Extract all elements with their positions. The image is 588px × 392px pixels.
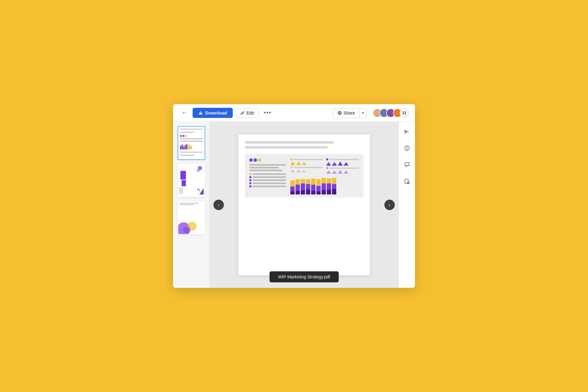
- thumbnail-1[interactable]: [178, 126, 205, 160]
- share-icon: [337, 111, 342, 115]
- svg-marker-10: [344, 162, 349, 166]
- body: ↖ ‹ ›: [173, 122, 415, 288]
- svg-point-18: [407, 147, 407, 148]
- svg-line-22: [409, 183, 409, 184]
- share-button[interactable]: Share: [333, 108, 359, 118]
- edit-button[interactable]: Edit: [236, 108, 258, 118]
- svg-rect-20: [405, 179, 408, 183]
- edit-label: Edit: [247, 111, 254, 115]
- doc-section: [245, 154, 363, 198]
- svg-marker-8: [332, 162, 337, 166]
- svg-marker-5: [296, 169, 301, 172]
- mountain-chart: [290, 158, 323, 174]
- svg-marker-11: [326, 171, 331, 174]
- more-button[interactable]: •••: [262, 108, 274, 117]
- search-doc-panel-button[interactable]: [401, 176, 413, 187]
- main-viewer: ‹ ›: [210, 122, 398, 288]
- comment-icon: [404, 162, 410, 168]
- thumbnail-2[interactable]: ↖: [178, 164, 205, 197]
- svg-marker-13: [338, 170, 343, 174]
- doc-left-col: [249, 158, 286, 194]
- bar-chart: [290, 176, 359, 194]
- svg-marker-6: [302, 170, 306, 172]
- doc-right-col: [290, 158, 359, 194]
- right-panel: [398, 122, 415, 288]
- thumbnail-panel: ↖: [173, 122, 210, 288]
- share-dropdown-button[interactable]: ▾: [359, 109, 366, 117]
- next-page-button[interactable]: ›: [384, 200, 395, 210]
- svg-rect-19: [405, 163, 409, 166]
- svg-marker-1: [290, 161, 295, 165]
- collapse-panel-button[interactable]: [401, 126, 413, 137]
- share-label: Share: [344, 111, 355, 115]
- svg-marker-4: [290, 169, 295, 172]
- mountain-chart-2: [326, 158, 359, 174]
- edit-icon: [240, 111, 245, 115]
- app-window: ← Download Edit ••• Share ▾: [173, 104, 415, 288]
- download-icon: [198, 111, 203, 115]
- download-label: Download: [205, 110, 227, 115]
- collapse-icon: [404, 129, 410, 134]
- comment-panel-button[interactable]: [401, 159, 413, 170]
- toolbar: ← Download Edit ••• Share ▾: [173, 104, 415, 122]
- download-button[interactable]: Download: [193, 108, 233, 118]
- info-panel-button[interactable]: [401, 143, 413, 154]
- avatar-group: 12: [373, 108, 409, 118]
- info-icon: [404, 145, 410, 151]
- avatar-count: 12: [400, 108, 409, 118]
- svg-marker-12: [332, 171, 337, 174]
- search-doc-icon: [404, 179, 410, 184]
- svg-marker-3: [302, 162, 306, 165]
- document-page: [238, 134, 370, 275]
- svg-marker-9: [338, 161, 343, 166]
- back-button[interactable]: ←: [179, 108, 190, 117]
- svg-marker-7: [326, 162, 331, 166]
- thumbnail-3[interactable]: [178, 201, 205, 235]
- svg-marker-14: [344, 171, 349, 174]
- share-group: Share ▾: [333, 108, 367, 118]
- prev-page-button[interactable]: ‹: [213, 200, 224, 210]
- filename-bar: WIP Marketing Strategy.pdf: [270, 271, 339, 282]
- svg-marker-2: [296, 161, 301, 165]
- chart-area: [290, 158, 359, 174]
